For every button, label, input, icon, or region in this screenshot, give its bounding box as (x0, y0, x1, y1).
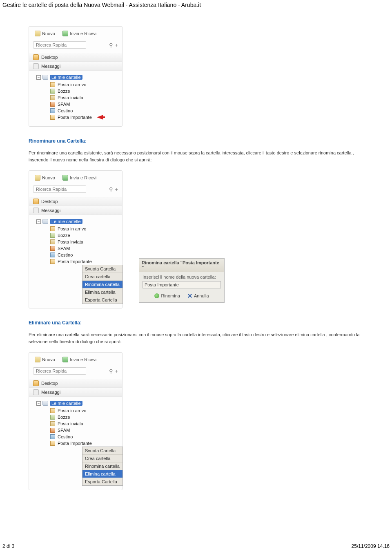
menu-create-folder[interactable]: Crea cartella (82, 454, 122, 462)
nav-desktop-label: Desktop (41, 55, 58, 60)
tree-root[interactable]: − Le mie cartelle (36, 75, 118, 80)
folder-trash[interactable]: Cestino (50, 107, 118, 114)
search-input[interactable] (33, 367, 86, 375)
nav-desktop[interactable]: Desktop (29, 53, 122, 62)
menu-export-folder[interactable]: Esporta Cartella (82, 478, 122, 485)
rename-dialog: Rinomina cartella "Posta Importante " In… (139, 258, 225, 303)
dialog-cancel-button[interactable]: Annulla (187, 293, 209, 298)
inbox-icon (50, 226, 55, 231)
folder-trash[interactable]: Cestino (50, 433, 118, 440)
trash-icon (50, 434, 55, 439)
invia-label: Invia e Ricevi (70, 31, 96, 36)
invia-ricevi-button[interactable]: Invia e Ricevi (62, 175, 96, 181)
menu-empty-folder[interactable]: Svuota Cartella (82, 447, 122, 454)
menu-empty-folder[interactable]: Svuota Cartella (82, 265, 122, 273)
nav-messaggi-label: Messaggi (41, 64, 60, 69)
collapse-icon[interactable]: − (36, 401, 41, 406)
drafts-icon (50, 89, 55, 94)
folder-inbox[interactable]: Posta in arrivo (50, 226, 118, 232)
folder-drafts[interactable]: Bozze (50, 414, 118, 420)
sent-icon (50, 239, 55, 244)
search-input[interactable] (33, 41, 86, 49)
add-icon[interactable]: + (115, 186, 118, 192)
search-icon[interactable]: ⚲ (109, 368, 113, 374)
messages-icon (33, 63, 39, 69)
nav-messaggi[interactable]: Messaggi (29, 206, 122, 215)
nav-desktop[interactable]: Desktop (29, 379, 122, 388)
invia-ricevi-button[interactable]: Invia e Ricevi (62, 357, 96, 362)
webmail-panel-3: Nuovo Invia e Ricevi ⚲ + Desktop Messagg… (29, 352, 122, 490)
trash-icon (50, 252, 55, 257)
folder-spam[interactable]: SPAM (50, 101, 118, 107)
folder-important[interactable]: Posta Importante (50, 440, 118, 447)
desktop-icon (33, 54, 39, 60)
folder-inbox[interactable]: Posta in arrivo (50, 407, 118, 414)
desktop-icon (33, 199, 39, 204)
add-icon[interactable]: + (115, 368, 118, 374)
dialog-input[interactable] (143, 281, 221, 288)
spam-icon (50, 102, 55, 107)
tree-root[interactable]: − Le mie cartelle (36, 401, 118, 406)
important-folder-icon (50, 115, 55, 120)
folder-spam[interactable]: SPAM (50, 245, 118, 252)
nav-messaggi[interactable]: Messaggi (29, 62, 122, 71)
nav-messaggi[interactable]: Messaggi (29, 388, 122, 397)
trash-icon (50, 108, 55, 113)
folder-drafts[interactable]: Bozze (50, 232, 118, 239)
spam-icon (50, 428, 55, 433)
drafts-icon (50, 415, 55, 420)
webmail-panel-1: Nuovo Invia e Ricevi ⚲ + Desktop Messagg… (29, 26, 122, 127)
rename-section-title: Rinominare una Cartella: (29, 138, 363, 144)
rename-section-text: Per rinominare una cartella esistente, s… (29, 150, 363, 163)
dialog-title: Rinomina cartella "Posta Importante " (139, 259, 224, 272)
important-folder-icon (50, 259, 55, 264)
check-icon (154, 293, 159, 298)
nuovo-button[interactable]: Nuovo (35, 31, 55, 36)
drafts-icon (50, 233, 55, 238)
spam-icon (50, 246, 55, 251)
add-icon[interactable]: + (115, 42, 118, 48)
footer-page-number: 2 di 3 (2, 543, 14, 549)
tree-root[interactable]: − Le mie cartelle (36, 219, 118, 224)
folder-sent[interactable]: Posta inviata (50, 239, 118, 245)
search-icon[interactable]: ⚲ (109, 42, 113, 48)
nuovo-button[interactable]: Nuovo (35, 175, 55, 181)
menu-delete-folder[interactable]: Elimina cartella (82, 288, 122, 296)
tree-root-label: Le mie cartelle (50, 75, 82, 80)
new-icon (35, 357, 40, 362)
nav-desktop[interactable]: Desktop (29, 197, 122, 206)
nuovo-button[interactable]: Nuovo (35, 357, 55, 362)
page-title: Gestire le cartelle di posta della Nuova… (0, 0, 392, 10)
context-menu-rename: Svuota Cartella Crea cartella Rinomina c… (82, 265, 123, 304)
webmail-panel-2: Nuovo Invia e Ricevi ⚲ + Desktop (29, 170, 122, 308)
messages-icon (33, 208, 39, 213)
dialog-ok-button[interactable]: Rinomina (154, 293, 180, 298)
messages-icon (33, 389, 39, 395)
search-input[interactable] (33, 185, 86, 193)
folder-important[interactable]: Posta Importante (50, 114, 118, 121)
folder-icon (42, 401, 48, 406)
sent-icon (50, 421, 55, 426)
folder-important[interactable]: Posta Importante (50, 258, 118, 265)
search-icon[interactable]: ⚲ (109, 186, 113, 192)
inbox-icon (50, 408, 55, 413)
send-receive-icon (62, 175, 68, 181)
arrow-indicator-icon (97, 115, 103, 120)
menu-delete-folder[interactable]: Elimina cartella (82, 470, 122, 478)
delete-section-title: Eliminare una Cartella: (29, 320, 363, 326)
menu-rename-folder[interactable]: Rinomina cartella (82, 462, 122, 470)
send-receive-icon (62, 357, 68, 362)
folder-drafts[interactable]: Bozze (50, 88, 118, 94)
folder-sent[interactable]: Posta inviata (50, 94, 118, 101)
menu-export-folder[interactable]: Esporta Cartella (82, 296, 122, 304)
sent-icon (50, 95, 55, 100)
folder-spam[interactable]: SPAM (50, 427, 118, 433)
menu-rename-folder[interactable]: Rinomina cartella (82, 280, 122, 288)
collapse-icon[interactable]: − (36, 219, 41, 224)
collapse-icon[interactable]: − (36, 75, 41, 80)
menu-create-folder[interactable]: Crea cartella (82, 273, 122, 280)
folder-sent[interactable]: Posta inviata (50, 420, 118, 427)
invia-ricevi-button[interactable]: Invia e Ricevi (62, 31, 96, 36)
folder-inbox[interactable]: Posta in arrivo (50, 81, 118, 88)
folder-trash[interactable]: Cestino (50, 252, 118, 258)
